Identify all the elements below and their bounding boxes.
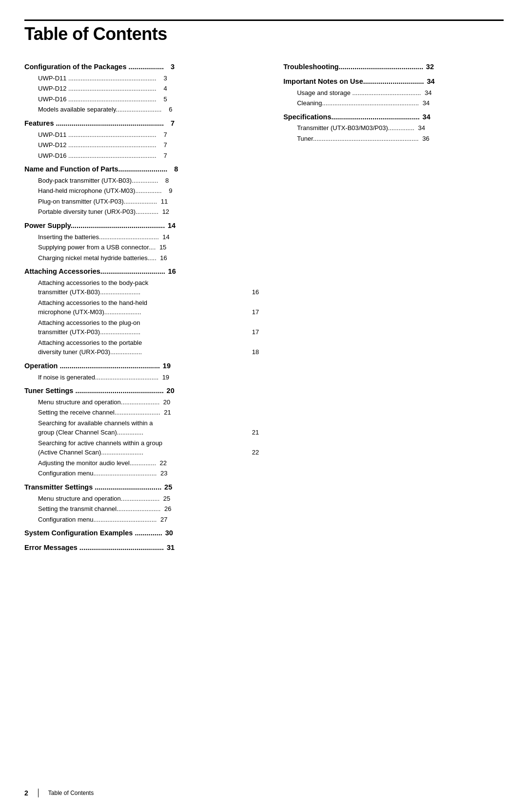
toc-label: Specifications..........................… (283, 112, 420, 123)
toc-label: UWP-D11 ................................… (38, 74, 156, 83)
toc-multiline-bottom: transmitter (UTX-B03)...................… (38, 287, 259, 297)
toc-entry: Tuner Settings .........................… (24, 386, 259, 397)
toc-label: Transmitter Settings ...................… (24, 482, 161, 493)
toc-entry: Menu structure and operation............… (24, 397, 259, 407)
toc-entry: Attaching Accessories...................… (24, 266, 259, 277)
toc-page: 21 (160, 408, 171, 417)
toc-entry: Portable diversity tuner (URX-P03)......… (24, 207, 259, 217)
toc-multiline-label: microphone (UTX-M03)....................… (38, 307, 141, 317)
toc-page: 26 (160, 504, 171, 514)
toc-label: Transmitter (UTX-B03/M03/P03)...........… (297, 123, 414, 133)
toc-label: Menu structure and operation............… (38, 397, 159, 407)
toc-page: 34 (414, 123, 425, 133)
toc-multiline-label: (Active Channel Scan)...................… (38, 448, 143, 457)
toc-page: 25 (159, 494, 170, 504)
toc-entry: Adjusting the monitor audio level.......… (24, 458, 259, 468)
toc-entry: Configuration menu......................… (24, 469, 259, 478)
toc-label: Error Messages .........................… (24, 543, 164, 553)
toc-entry: System Configuration Examples ..........… (24, 528, 259, 539)
left-column: Configuration of the Packages ..........… (24, 58, 274, 554)
toc-page: 15 (156, 243, 166, 252)
toc-entry: Important Notes on Use..................… (283, 76, 504, 87)
toc-multiline-label: transmitter (UTX-P03)...................… (38, 327, 140, 337)
footer-divider (38, 789, 39, 797)
content-area: Configuration of the Packages ..........… (24, 58, 504, 554)
footer: 2 Table of Contents (24, 789, 94, 797)
toc-label: Important Notes on Use..................… (283, 76, 424, 87)
toc-label: UWP-D12 ................................… (38, 140, 156, 150)
toc-label: Setting the transmit channel............… (38, 504, 160, 514)
toc-label: UWP-D16 ................................… (38, 151, 156, 161)
toc-page: 12 (158, 207, 169, 217)
toc-label: Configuration menu......................… (38, 515, 156, 525)
toc-entry: Name and Function of Parts..............… (24, 164, 259, 175)
toc-multiline-entry: Attaching accessories to the body-pack t… (24, 278, 259, 297)
toc-page: 8 (167, 164, 178, 175)
toc-page: 7 (156, 151, 167, 161)
toc-label: Supplying power from a USB connector.... (38, 243, 156, 252)
toc-page: 14 (159, 232, 170, 242)
toc-entry: Menu structure and operation............… (24, 494, 259, 504)
toc-multiline-label: transmitter (UTX-B03)...................… (38, 287, 140, 297)
toc-label: UWP-D12 ................................… (38, 84, 156, 94)
toc-label: Portable diversity tuner (URX-P03)......… (38, 207, 158, 217)
toc-entry: Error Messages .........................… (24, 543, 259, 553)
toc-page: 6 (161, 105, 172, 114)
toc-entry: Charging nickel metal hydride batteries.… (24, 253, 259, 263)
toc-entry: Troubleshooting.........................… (283, 62, 504, 73)
footer-label: Table of Contents (48, 790, 94, 796)
toc-label: Menu structure and operation............… (38, 494, 159, 504)
toc-label: Operation ..............................… (24, 361, 160, 372)
toc-label: Usage and storage ......................… (297, 88, 421, 98)
footer-page-number: 2 (24, 789, 28, 797)
toc-multiline-entry: Searching for available channels within … (24, 418, 259, 437)
toc-entry: Body-pack transmitter (UTX-B03).........… (24, 176, 259, 186)
toc-label: Configuration of the Packages ..........… (24, 62, 164, 73)
toc-entry: Tuner...................................… (283, 134, 504, 144)
toc-page: 16 (156, 253, 167, 263)
toc-label: UWP-D16 ................................… (38, 94, 156, 104)
toc-page: 9 (162, 186, 173, 196)
toc-multiline-entry: Searching for active channels within a g… (24, 438, 259, 457)
toc-entry: Inserting the batteries.................… (24, 232, 259, 242)
toc-entry: Configuration menu......................… (24, 515, 259, 525)
toc-entry: Cleaning................................… (283, 98, 504, 108)
toc-multiline-bottom: (Active Channel Scan)...................… (38, 448, 259, 457)
toc-multiline-bottom: microphone (UTX-M03)....................… (38, 307, 259, 317)
toc-label: Setting the receive channel.............… (38, 408, 160, 417)
toc-entry: Hand-held microphone (UTX-M03)..........… (24, 186, 259, 196)
toc-label: Tuner...................................… (297, 134, 418, 144)
toc-multiline-top: Searching for active channels within a g… (38, 438, 259, 448)
toc-page: 20 (164, 386, 175, 397)
toc-multiline-entry: Attaching accessories to the portable di… (24, 338, 259, 357)
toc-label: UWP-D11 ................................… (38, 130, 156, 140)
toc-page: 34 (419, 98, 430, 108)
toc-entry: Supplying power from a USB connector....… (24, 243, 259, 252)
toc-entry: UWP-D11 ................................… (24, 74, 259, 83)
toc-label: Charging nickel metal hydride batteries.… (38, 253, 156, 263)
toc-entry: Transmitter Settings ...................… (24, 482, 259, 493)
toc-entry: Models available separately.............… (24, 105, 259, 114)
toc-multiline-page: 16 (248, 287, 259, 297)
toc-multiline-page: 18 (248, 347, 259, 357)
toc-multiline-bottom: diversity tuner (URX-P03)...............… (38, 347, 259, 357)
toc-entry: Features ...............................… (24, 118, 259, 129)
toc-multiline-bottom: transmitter (UTX-P03)...................… (38, 327, 259, 337)
toc-page: 30 (162, 528, 173, 539)
toc-multiline-top: Attaching accessories to the hand-held (38, 298, 259, 308)
toc-entry: Setting the receive channel.............… (24, 408, 259, 417)
toc-page: 36 (419, 134, 430, 144)
toc-page: 31 (164, 543, 175, 553)
toc-page: 22 (156, 458, 167, 468)
top-rule (24, 19, 504, 21)
toc-page: 19 (158, 373, 169, 382)
toc-label: Troubleshooting.........................… (283, 62, 423, 73)
toc-label: Tuner Settings .........................… (24, 386, 164, 397)
toc-label: System Configuration Examples ..........… (24, 528, 162, 539)
toc-entry: UWP-D11 ................................… (24, 130, 259, 140)
toc-page: 7 (156, 130, 167, 140)
toc-entry: UWP-D12 ................................… (24, 140, 259, 150)
toc-multiline-page: 17 (248, 327, 259, 337)
toc-label: Hand-held microphone (UTX-M03)..........… (38, 186, 162, 196)
toc-multiline-entry: Attaching accessories to the plug-on tra… (24, 318, 259, 337)
